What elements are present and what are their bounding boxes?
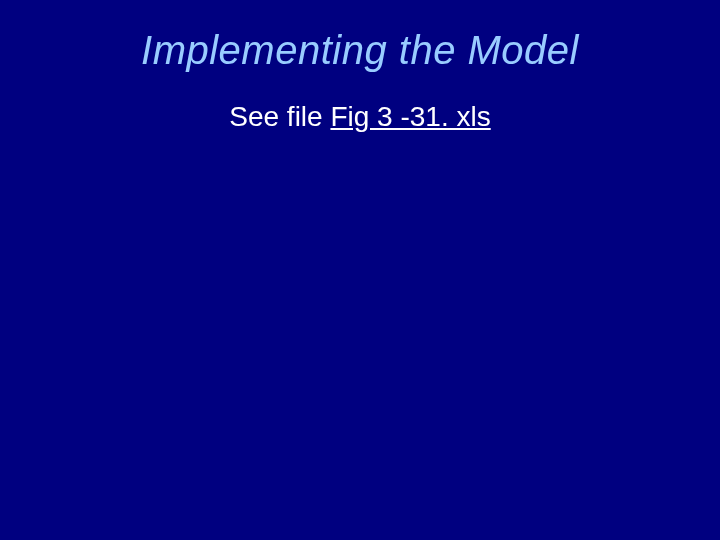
body-prefix-text: See file xyxy=(229,101,330,132)
slide-body: See file Fig 3 -31. xls xyxy=(0,101,720,133)
slide-container: Implementing the Model See file Fig 3 -3… xyxy=(0,0,720,540)
slide-title: Implementing the Model xyxy=(0,28,720,73)
file-link[interactable]: Fig 3 -31. xls xyxy=(330,101,490,132)
